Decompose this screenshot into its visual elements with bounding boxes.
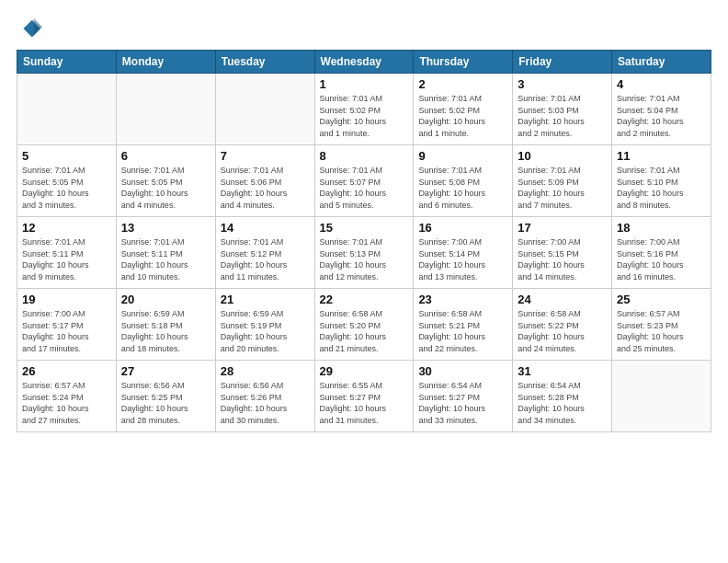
- calendar-cell: 14Sunrise: 7:01 AM Sunset: 5:12 PM Dayli…: [215, 217, 314, 289]
- calendar-cell: [612, 361, 711, 432]
- day-number: 18: [617, 221, 706, 235]
- day-info: Sunrise: 7:01 AM Sunset: 5:05 PM Dayligh…: [121, 165, 210, 211]
- day-number: 3: [518, 77, 607, 91]
- weekday-header: Thursday: [414, 51, 513, 74]
- day-number: 16: [418, 221, 507, 235]
- calendar-cell: [215, 74, 314, 145]
- day-info: Sunrise: 6:56 AM Sunset: 5:25 PM Dayligh…: [121, 380, 210, 426]
- calendar-cell: 21Sunrise: 6:59 AM Sunset: 5:19 PM Dayli…: [215, 289, 314, 361]
- calendar-cell: [17, 74, 117, 145]
- calendar-cell: 5Sunrise: 7:01 AM Sunset: 5:05 PM Daylig…: [17, 145, 117, 217]
- day-number: 2: [418, 77, 507, 91]
- day-info: Sunrise: 7:00 AM Sunset: 5:15 PM Dayligh…: [518, 236, 607, 282]
- day-info: Sunrise: 7:01 AM Sunset: 5:07 PM Dayligh…: [320, 165, 409, 211]
- calendar-cell: 8Sunrise: 7:01 AM Sunset: 5:07 PM Daylig…: [314, 145, 414, 217]
- day-number: 6: [121, 149, 210, 163]
- day-number: 11: [617, 149, 706, 163]
- day-number: 25: [617, 293, 706, 306]
- day-number: 14: [221, 221, 310, 235]
- day-number: 30: [418, 364, 507, 378]
- calendar-table: SundayMondayTuesdayWednesdayThursdayFrid…: [17, 50, 711, 432]
- calendar-cell: 22Sunrise: 6:58 AM Sunset: 5:20 PM Dayli…: [314, 289, 414, 361]
- weekday-header: Sunday: [17, 51, 117, 74]
- day-info: Sunrise: 6:56 AM Sunset: 5:26 PM Dayligh…: [221, 380, 310, 426]
- day-info: Sunrise: 7:01 AM Sunset: 5:11 PM Dayligh…: [121, 236, 210, 282]
- day-info: Sunrise: 7:01 AM Sunset: 5:06 PM Dayligh…: [221, 165, 310, 211]
- calendar-cell: 30Sunrise: 6:54 AM Sunset: 5:27 PM Dayli…: [414, 361, 513, 432]
- calendar-cell: 15Sunrise: 7:01 AM Sunset: 5:13 PM Dayli…: [314, 217, 414, 289]
- svg-marker-1: [34, 18, 42, 36]
- day-info: Sunrise: 7:01 AM Sunset: 5:08 PM Dayligh…: [418, 165, 507, 211]
- calendar-cell: 1Sunrise: 7:01 AM Sunset: 5:02 PM Daylig…: [314, 74, 414, 145]
- day-number: 15: [320, 221, 409, 235]
- day-info: Sunrise: 6:59 AM Sunset: 5:19 PM Dayligh…: [221, 308, 310, 354]
- day-number: 1: [320, 77, 409, 91]
- calendar-cell: 9Sunrise: 7:01 AM Sunset: 5:08 PM Daylig…: [414, 145, 513, 217]
- calendar-cell: 4Sunrise: 7:01 AM Sunset: 5:04 PM Daylig…: [612, 74, 711, 145]
- day-info: Sunrise: 6:57 AM Sunset: 5:23 PM Dayligh…: [617, 308, 706, 354]
- day-number: 31: [518, 364, 607, 378]
- weekday-header: Tuesday: [215, 51, 314, 74]
- calendar-cell: 10Sunrise: 7:01 AM Sunset: 5:09 PM Dayli…: [513, 145, 612, 217]
- calendar-cell: 17Sunrise: 7:00 AM Sunset: 5:15 PM Dayli…: [513, 217, 612, 289]
- day-info: Sunrise: 7:01 AM Sunset: 5:11 PM Dayligh…: [22, 236, 111, 282]
- day-number: 9: [418, 149, 507, 163]
- day-info: Sunrise: 6:55 AM Sunset: 5:27 PM Dayligh…: [320, 380, 409, 426]
- day-info: Sunrise: 7:01 AM Sunset: 5:02 PM Dayligh…: [418, 93, 507, 139]
- calendar-cell: 19Sunrise: 7:00 AM Sunset: 5:17 PM Dayli…: [17, 289, 117, 361]
- day-info: Sunrise: 7:01 AM Sunset: 5:13 PM Dayligh…: [320, 236, 409, 282]
- day-number: 8: [320, 149, 409, 163]
- calendar-cell: 11Sunrise: 7:01 AM Sunset: 5:10 PM Dayli…: [612, 145, 711, 217]
- day-number: 12: [22, 221, 111, 235]
- calendar-cell: 18Sunrise: 7:00 AM Sunset: 5:16 PM Dayli…: [612, 217, 711, 289]
- day-info: Sunrise: 7:00 AM Sunset: 5:16 PM Dayligh…: [617, 236, 706, 282]
- day-number: 13: [121, 221, 210, 235]
- day-info: Sunrise: 6:59 AM Sunset: 5:18 PM Dayligh…: [121, 308, 210, 354]
- day-number: 10: [518, 149, 607, 163]
- calendar-cell: 12Sunrise: 7:01 AM Sunset: 5:11 PM Dayli…: [17, 217, 117, 289]
- day-info: Sunrise: 7:01 AM Sunset: 5:05 PM Dayligh…: [22, 165, 111, 211]
- weekday-header: Saturday: [612, 51, 711, 74]
- day-number: 22: [320, 293, 409, 306]
- day-info: Sunrise: 7:01 AM Sunset: 5:03 PM Dayligh…: [518, 93, 607, 139]
- day-number: 17: [518, 221, 607, 235]
- day-info: Sunrise: 6:58 AM Sunset: 5:22 PM Dayligh…: [518, 308, 607, 354]
- day-info: Sunrise: 7:01 AM Sunset: 5:09 PM Dayligh…: [518, 165, 607, 211]
- day-number: 28: [221, 364, 310, 378]
- logo-icon: [17, 17, 42, 42]
- header: [17, 17, 711, 42]
- day-info: Sunrise: 6:54 AM Sunset: 5:28 PM Dayligh…: [518, 380, 607, 426]
- day-number: 7: [221, 149, 310, 163]
- calendar-cell: 25Sunrise: 6:57 AM Sunset: 5:23 PM Dayli…: [612, 289, 711, 361]
- day-number: 23: [418, 293, 507, 306]
- calendar-cell: 6Sunrise: 7:01 AM Sunset: 5:05 PM Daylig…: [116, 145, 215, 217]
- calendar-cell: 26Sunrise: 6:57 AM Sunset: 5:24 PM Dayli…: [17, 361, 117, 432]
- calendar-page: SundayMondayTuesdayWednesdayThursdayFrid…: [0, 0, 728, 563]
- day-info: Sunrise: 7:01 AM Sunset: 5:10 PM Dayligh…: [617, 165, 706, 211]
- day-number: 29: [320, 364, 409, 378]
- day-number: 24: [518, 293, 607, 306]
- logo: [17, 17, 46, 42]
- day-number: 21: [221, 293, 310, 306]
- day-number: 26: [22, 364, 111, 378]
- calendar-cell: 13Sunrise: 7:01 AM Sunset: 5:11 PM Dayli…: [116, 217, 215, 289]
- day-info: Sunrise: 6:58 AM Sunset: 5:21 PM Dayligh…: [418, 308, 507, 354]
- calendar-cell: 27Sunrise: 6:56 AM Sunset: 5:25 PM Dayli…: [116, 361, 215, 432]
- calendar-cell: 31Sunrise: 6:54 AM Sunset: 5:28 PM Dayli…: [513, 361, 612, 432]
- day-info: Sunrise: 6:57 AM Sunset: 5:24 PM Dayligh…: [22, 380, 111, 426]
- day-info: Sunrise: 6:54 AM Sunset: 5:27 PM Dayligh…: [418, 380, 507, 426]
- day-number: 19: [22, 293, 111, 306]
- calendar-cell: 7Sunrise: 7:01 AM Sunset: 5:06 PM Daylig…: [215, 145, 314, 217]
- weekday-header: Wednesday: [314, 51, 414, 74]
- day-number: 5: [22, 149, 111, 163]
- day-number: 4: [617, 77, 706, 91]
- day-info: Sunrise: 7:00 AM Sunset: 5:17 PM Dayligh…: [22, 308, 111, 354]
- calendar-cell: 28Sunrise: 6:56 AM Sunset: 5:26 PM Dayli…: [215, 361, 314, 432]
- calendar-cell: 16Sunrise: 7:00 AM Sunset: 5:14 PM Dayli…: [414, 217, 513, 289]
- day-info: Sunrise: 7:00 AM Sunset: 5:14 PM Dayligh…: [418, 236, 507, 282]
- calendar-cell: [116, 74, 215, 145]
- day-number: 27: [121, 364, 210, 378]
- weekday-header: Monday: [116, 51, 215, 74]
- day-info: Sunrise: 6:58 AM Sunset: 5:20 PM Dayligh…: [320, 308, 409, 354]
- calendar-cell: 23Sunrise: 6:58 AM Sunset: 5:21 PM Dayli…: [414, 289, 513, 361]
